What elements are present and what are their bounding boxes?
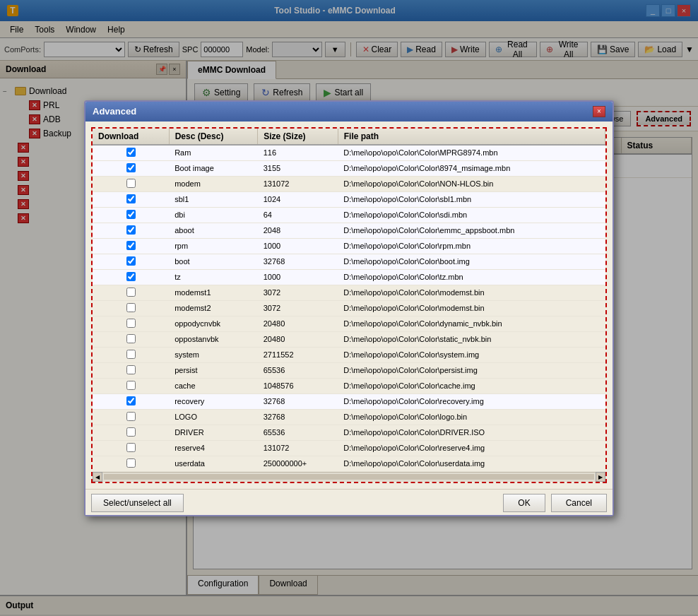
row-size: 3072 — [258, 285, 338, 300]
modal-table-row: recovery 32768 D:\mei\opo\opo\Color\Colo… — [93, 393, 605, 409]
row-size: 20480 — [258, 316, 338, 331]
row-checkbox[interactable] — [126, 303, 136, 312]
row-checkbox[interactable] — [126, 272, 136, 281]
row-path: D:\mei\opo\opo\Color\Color\system.img — [338, 347, 605, 362]
row-checkbox[interactable] — [126, 148, 136, 157]
row-path: D:\mei\opo\opo\Color\Color\persist.img — [338, 362, 605, 378]
row-checkbox-cell[interactable] — [93, 160, 169, 176]
row-checkbox-cell[interactable] — [93, 207, 169, 223]
modal-close-button[interactable]: × — [593, 106, 605, 117]
horizontal-scrollbar[interactable]: ◀ ▶ — [93, 472, 605, 482]
row-checkbox[interactable] — [126, 163, 136, 172]
row-size: 3072 — [258, 300, 338, 316]
row-checkbox-cell[interactable] — [93, 393, 169, 409]
row-checkbox-cell[interactable] — [93, 176, 169, 191]
modal-title: Advanced — [93, 106, 136, 117]
row-checkbox[interactable] — [126, 225, 136, 235]
modal-table-row: tz 1000 D:\mei\opo\opo\Color\Color\tz.mb… — [93, 269, 605, 285]
advanced-modal: Advanced × Download Desc (Desc) Size (Si… — [84, 100, 614, 516]
row-size: 1000 — [258, 269, 338, 285]
row-size: 2711552 — [258, 347, 338, 362]
row-checkbox[interactable] — [126, 334, 136, 343]
modal-table-row: oppostanvbk 20480 D:\mei\opo\opo\Color\C… — [93, 331, 605, 347]
row-size: 131072 — [258, 176, 338, 191]
modal-table-wrapper: Download Desc (Desc) Size (Size) File pa… — [91, 127, 607, 483]
row-checkbox[interactable] — [126, 381, 136, 390]
row-path: D:\mei\opo\opo\Color\Color\logo.bin — [338, 409, 605, 425]
row-desc: Boot image — [169, 160, 258, 176]
row-checkbox[interactable] — [126, 210, 136, 219]
row-path: D:\mei\opo\opo\Color\Color\DRIVER.ISO — [338, 425, 605, 440]
scroll-left-button[interactable]: ◀ — [93, 472, 102, 482]
row-checkbox-cell[interactable] — [93, 362, 169, 378]
row-desc: Ram — [169, 145, 258, 161]
row-checkbox[interactable] — [126, 241, 136, 250]
scroll-right-button[interactable]: ▶ — [596, 472, 605, 482]
row-checkbox-cell[interactable] — [93, 223, 169, 238]
row-desc: aboot — [169, 223, 258, 238]
modal-table-row: boot 32768 D:\mei\opo\opo\Color\Color\bo… — [93, 254, 605, 269]
row-desc: LOGO — [169, 409, 258, 425]
row-path: D:\mei\opo\opo\Color\Color\MPRG8974.mbn — [338, 145, 605, 161]
row-path: D:\mei\opo\opo\Color\Color\NON-HLOS.bin — [338, 176, 605, 191]
ok-button[interactable]: OK — [503, 494, 545, 512]
modal-table-inner[interactable]: Download Desc (Desc) Size (Size) File pa… — [93, 129, 605, 472]
modal-col-filepath: File path — [338, 129, 605, 145]
row-size: 32768 — [258, 254, 338, 269]
scroll-track[interactable] — [104, 474, 594, 480]
row-checkbox-cell[interactable] — [93, 456, 169, 471]
row-checkbox[interactable] — [126, 350, 136, 359]
row-size: 250000000+ — [258, 456, 338, 471]
row-checkbox-cell[interactable] — [93, 316, 169, 331]
select-all-button[interactable]: Select/unselect all — [91, 494, 184, 512]
row-desc: boot — [169, 254, 258, 269]
row-checkbox[interactable] — [126, 256, 136, 266]
modal-table-row: system 2711552 D:\mei\opo\opo\Color\Colo… — [93, 347, 605, 362]
row-checkbox[interactable] — [126, 396, 136, 405]
row-size: 1024 — [258, 191, 338, 207]
row-size: 1000 — [258, 238, 338, 254]
row-size: 32768 — [258, 409, 338, 425]
row-checkbox[interactable] — [126, 458, 136, 468]
modal-table-row: aboot 2048 D:\mei\opo\opo\Color\Color\em… — [93, 223, 605, 238]
row-desc: sbl1 — [169, 191, 258, 207]
row-checkbox[interactable] — [126, 365, 136, 374]
row-checkbox[interactable] — [126, 194, 136, 203]
row-checkbox-cell[interactable] — [93, 425, 169, 440]
row-path: D:\mei\opo\opo\Color\Color\emmc_appsboot… — [338, 223, 605, 238]
row-checkbox[interactable] — [126, 412, 136, 421]
row-checkbox[interactable] — [126, 179, 136, 188]
row-path: D:\mei\opo\opo\Color\Color\static_nvbk.b… — [338, 331, 605, 347]
row-checkbox-cell[interactable] — [93, 238, 169, 254]
row-size: 1048576 — [258, 378, 338, 393]
modal-table-row: cache 1048576 D:\mei\opo\opo\Color\Color… — [93, 378, 605, 393]
row-path: D:\mei\opo\opo\Color\Color\rpm.mbn — [338, 238, 605, 254]
row-checkbox-cell[interactable] — [93, 269, 169, 285]
modal-table-row: Ram 116 D:\mei\opo\opo\Color\Color\MPRG8… — [93, 145, 605, 161]
row-checkbox[interactable] — [126, 319, 136, 328]
row-checkbox[interactable] — [126, 288, 136, 297]
cancel-button[interactable]: Cancel — [551, 494, 607, 512]
row-desc: modemst2 — [169, 300, 258, 316]
row-checkbox-cell[interactable] — [93, 347, 169, 362]
row-checkbox[interactable] — [126, 443, 136, 452]
modal-table-row: Boot image 3155 D:\mei\opo\opo\Color\Col… — [93, 160, 605, 176]
row-desc: system — [169, 347, 258, 362]
row-desc: oppostanvbk — [169, 331, 258, 347]
row-checkbox-cell[interactable] — [93, 254, 169, 269]
row-checkbox-cell[interactable] — [93, 409, 169, 425]
row-desc: cache — [169, 378, 258, 393]
row-checkbox-cell[interactable] — [93, 378, 169, 393]
row-checkbox-cell[interactable] — [93, 300, 169, 316]
modal-footer-right: OK Cancel — [503, 494, 607, 512]
row-size: 131072 — [258, 440, 338, 456]
row-checkbox-cell[interactable] — [93, 191, 169, 207]
row-checkbox-cell[interactable] — [93, 440, 169, 456]
row-size: 65536 — [258, 362, 338, 378]
row-checkbox[interactable] — [126, 427, 136, 437]
row-checkbox-cell[interactable] — [93, 145, 169, 161]
row-checkbox-cell[interactable] — [93, 331, 169, 347]
modal-table-row: DRIVER 65536 D:\mei\opo\opo\Color\Color\… — [93, 425, 605, 440]
row-path: D:\mei\opo\opo\Color\Color\modemst.bin — [338, 300, 605, 316]
row-checkbox-cell[interactable] — [93, 285, 169, 300]
